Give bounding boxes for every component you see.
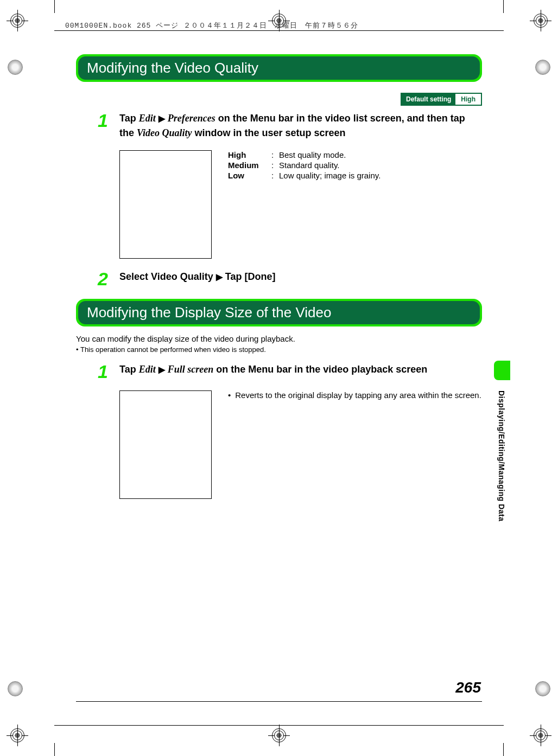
step-2: 2 Select Video Quality ▶ Tap [Done] (98, 270, 482, 288)
crop-dot-icon (535, 681, 550, 696)
step-instruction: Tap Edit ▶ Preferences on the Menu bar i… (119, 111, 482, 140)
desc: Best quality mode. (279, 150, 346, 159)
step-1: 1 Tap Edit ▶ Preferences on the Menu bar… (98, 111, 482, 140)
default-setting-badge: Default setting High (401, 93, 482, 106)
crop-mark-icon (54, 743, 55, 756)
step-detail-row: High:Best quality mode. Medium:Standard … (119, 150, 482, 259)
step-1-section2: 1 Tap Edit ▶ Full screen on the Menu bar… (98, 362, 482, 381)
text: Tap [Done] (223, 271, 276, 282)
note-bullet: Reverts to the original display by tappi… (228, 390, 482, 400)
term-high: High (228, 150, 271, 159)
section-intro: You can modify the display size of the v… (76, 334, 482, 343)
section-note: This operation cannot be performed when … (76, 345, 482, 354)
arrow-icon: ▶ (216, 272, 223, 281)
step-number: 1 (98, 111, 119, 140)
definition-row: High:Best quality mode. (228, 150, 381, 159)
default-setting-value: High (455, 94, 481, 105)
step-instruction: Select Video Quality ▶ Tap [Done] (119, 270, 482, 288)
registration-mark-icon (7, 725, 28, 746)
step-number: 1 (98, 362, 119, 381)
definition-row: Medium:Standard quality. (228, 161, 381, 170)
desc: Low quality; image is grainy. (279, 171, 381, 180)
menu-preferences: Preferences (168, 113, 215, 124)
colon: : (271, 161, 279, 170)
crop-mark-icon (503, 743, 504, 756)
quality-definitions: High:Best quality mode. Medium:Standard … (228, 150, 381, 259)
text: window in the user setup screen (192, 127, 346, 138)
chapter-label: Displaying/Editing/Managing Data (497, 390, 506, 522)
text: Tap (119, 113, 139, 124)
page-number: 265 (455, 679, 481, 696)
footer-rule (54, 725, 504, 726)
section-title: Modifying the Video Quality (78, 56, 480, 80)
term-medium: Medium (228, 161, 271, 170)
header-rule (54, 30, 504, 31)
registration-mark-icon (530, 725, 551, 746)
registration-mark-icon (530, 10, 551, 31)
crop-dot-icon (8, 681, 23, 696)
screenshot-placeholder (119, 390, 212, 499)
colon: : (271, 150, 279, 159)
text: Reverts to the original display by tappi… (235, 390, 481, 400)
colon: : (271, 171, 279, 180)
text: on the Menu bar in the video playback sc… (213, 364, 427, 375)
step-number: 2 (98, 270, 119, 288)
registration-mark-icon (268, 725, 290, 746)
crop-mark-icon (54, 0, 55, 13)
text: Tap (119, 364, 139, 375)
section-title: Modifying the Display Size of the Video (78, 301, 480, 324)
term-low: Low (228, 171, 271, 180)
menu-edit: Edit (139, 113, 156, 124)
default-setting-label: Default setting (402, 94, 455, 105)
screenshot-placeholder (119, 150, 212, 259)
desc: Standard quality. (279, 161, 339, 170)
crop-dot-icon (8, 60, 23, 75)
step-instruction: Tap Edit ▶ Full screen on the Menu bar i… (119, 362, 482, 381)
print-header: 00M1000EN.book 265 ページ ２００４年１１月２４日 水曜日 午… (65, 21, 358, 30)
arrow-icon: ▶ (158, 365, 165, 374)
definition-row: Low:Low quality; image is grainy. (228, 171, 381, 180)
section-heading-display-size: Modifying the Display Size of the Video (76, 299, 482, 326)
registration-mark-icon (7, 10, 28, 31)
text: Select Video Quality (119, 271, 216, 282)
menu-edit: Edit (139, 364, 156, 375)
crop-dot-icon (535, 60, 550, 75)
section-heading-video-quality: Modifying the Video Quality (76, 54, 482, 82)
arrow-icon: ▶ (158, 114, 165, 123)
menu-full-screen: Full screen (168, 364, 214, 375)
chapter-tab (494, 361, 510, 380)
window-video-quality: Video Quality (137, 127, 192, 138)
crop-mark-icon (503, 0, 504, 13)
page-footer-rule (76, 701, 482, 702)
step-detail-row: Reverts to the original display by tappi… (119, 390, 482, 499)
